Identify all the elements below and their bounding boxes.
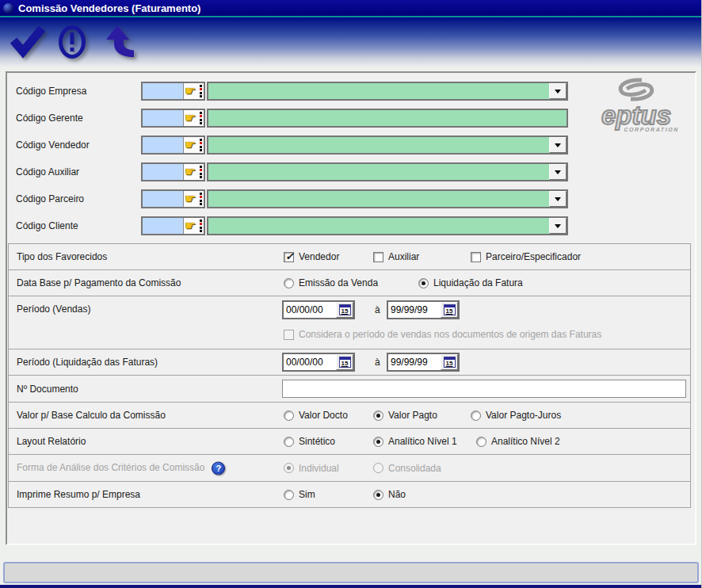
dropdown-arrow-button[interactable] — [549, 164, 567, 180]
pointing-hand-icon: ☛ — [185, 166, 196, 178]
row-periodo-liquidacao: Período (Liquidação das Faturas) 15 à 15 — [8, 349, 691, 376]
radio-valor-pagto-juros[interactable]: Valor Pagto-Juros — [471, 410, 561, 421]
codigo-auxiliar-code-input[interactable] — [143, 164, 183, 180]
alert-button[interactable] — [51, 20, 93, 64]
dropdown-arrow-button[interactable] — [549, 218, 567, 234]
codigo-vendedor-combo[interactable] — [207, 136, 568, 155]
help-button[interactable]: ? — [212, 461, 225, 475]
row-label: Forma de Análise dos Critérios de Comiss… — [17, 461, 225, 475]
calendar-button[interactable]: 15 — [336, 302, 353, 318]
codigo-parceiro-code-input[interactable] — [143, 191, 183, 207]
codigo-gerente-field[interactable] — [207, 109, 568, 128]
dropdown-arrow-button[interactable] — [549, 191, 567, 207]
checkbox-auxiliar[interactable]: Auxiliar — [373, 251, 419, 262]
checkbox-considera-periodo: Considera o período de vendas nos docume… — [284, 329, 601, 340]
checkbox-icon — [284, 252, 294, 262]
row-label: Layout Relatório — [17, 436, 86, 447]
exit-button[interactable] — [100, 20, 143, 64]
eptus-brand-text: eptus — [590, 104, 682, 128]
check-icon — [10, 25, 46, 59]
confirm-button[interactable] — [6, 20, 49, 64]
dots-decoration — [199, 193, 203, 205]
date-from-input[interactable] — [284, 302, 336, 318]
row-label: Nº Documento — [17, 384, 78, 395]
dots-decoration — [199, 112, 203, 124]
calendar-button[interactable]: 15 — [336, 354, 353, 370]
field-label: Código Auxiliar — [16, 162, 79, 181]
date-from-liquidacao: 15 — [282, 353, 355, 372]
dropdown-arrow-button[interactable] — [549, 137, 567, 153]
exclamation-icon — [57, 25, 87, 59]
calendar-button[interactable]: 15 — [441, 302, 458, 318]
date-to-vendas: 15 — [387, 300, 460, 319]
main-panel: Código Empresa ☛ Código Gerente ☛ — [6, 71, 696, 545]
codigo-auxiliar-search-button[interactable]: ☛ — [183, 164, 204, 180]
toolbar — [0, 17, 701, 67]
date-range-separator: à — [375, 304, 380, 315]
row-label: Data Base p/ Pagamento da Comissão — [17, 277, 181, 288]
radio-label: Não — [388, 489, 406, 500]
radio-label: Analítico Nível 1 — [388, 436, 457, 447]
codigo-parceiro-combo[interactable] — [207, 189, 568, 208]
combo-value — [208, 191, 549, 207]
codigo-vendedor-code-input[interactable] — [143, 137, 183, 153]
field-label: Código Empresa — [16, 82, 86, 101]
codigo-cliente-combo[interactable] — [207, 216, 568, 235]
codigo-auxiliar-combo[interactable] — [207, 162, 568, 181]
checkbox-vendedor[interactable]: Vendedor — [284, 251, 339, 262]
radio-nao[interactable]: Não — [373, 489, 406, 500]
radio-sintetico[interactable]: Sintético — [284, 436, 335, 447]
radio-analitico-nivel-1[interactable]: Analítico Nível 1 — [373, 436, 457, 447]
codigo-cliente-code-input[interactable] — [143, 218, 183, 234]
checkbox-parceiro-especificador[interactable]: Parceiro/Especificador — [471, 251, 581, 262]
radio-icon — [284, 490, 294, 500]
radio-icon — [373, 410, 383, 421]
documento-input[interactable] — [282, 380, 686, 398]
dots-decoration — [199, 85, 203, 97]
date-to-input[interactable] — [388, 354, 441, 370]
codigo-gerente-code-input[interactable] — [143, 110, 183, 126]
codigo-cliente-search-button[interactable]: ☛ — [183, 218, 204, 234]
combo-value — [208, 164, 549, 180]
codigo-gerente-lookup: ☛ — [141, 109, 205, 128]
date-from-input[interactable] — [284, 354, 336, 370]
date-to-input[interactable] — [388, 302, 441, 318]
calendar-button[interactable]: 15 — [441, 354, 458, 370]
window-titlebar[interactable]: Comissão Vendedores (Faturamento) — [0, 0, 701, 16]
dropdown-arrow-button[interactable] — [549, 83, 567, 99]
radio-valor-pagto[interactable]: Valor Pagto — [373, 410, 437, 421]
date-to-liquidacao: 15 — [387, 353, 460, 372]
radio-liquidacao-da-fatura[interactable]: Liquidação da Fatura — [418, 277, 523, 288]
codigo-parceiro-search-button[interactable]: ☛ — [183, 191, 204, 207]
row-periodo-vendas: Período (Vendas) 15 à 15 Considera o per… — [8, 296, 691, 349]
pointing-hand-icon: ☛ — [185, 139, 196, 151]
radio-sim[interactable]: Sim — [284, 489, 315, 500]
checkbox-icon — [284, 330, 294, 340]
codigo-gerente-search-button[interactable]: ☛ — [183, 110, 204, 126]
radio-icon — [284, 278, 294, 288]
radio-analitico-nivel-2[interactable]: Analítico Nível 2 — [476, 436, 560, 447]
dots-decoration — [199, 166, 203, 178]
row-imprime-resumo: Imprime Resumo p/ Empresa Sim Não — [8, 481, 691, 508]
radio-icon — [284, 437, 294, 447]
row-label: Valor p/ Base Calculo da Comissão — [17, 410, 166, 421]
row-valor-base: Valor p/ Base Calculo da Comissão Valor … — [8, 402, 691, 429]
radio-label: Consolidada — [388, 463, 441, 474]
radio-icon — [471, 410, 481, 421]
radio-label: Individual — [299, 463, 339, 474]
codigo-vendedor-search-button[interactable]: ☛ — [183, 137, 204, 153]
field-label: Código Parceiro — [16, 189, 84, 208]
combo-value — [208, 137, 549, 153]
radio-valor-docto[interactable]: Valor Docto — [284, 410, 348, 421]
pointing-hand-icon: ☛ — [185, 112, 196, 124]
codigo-empresa-combo[interactable] — [207, 82, 568, 101]
radio-emissao-da-venda[interactable]: Emissão da Venda — [284, 277, 378, 288]
codigo-empresa-search-button[interactable]: ☛ — [183, 83, 204, 99]
radio-icon — [418, 278, 429, 288]
radio-icon — [373, 490, 383, 500]
codigo-empresa-code-input[interactable] — [143, 83, 183, 99]
window-title: Comissão Vendedores (Faturamento) — [18, 2, 200, 14]
codigo-parceiro-lookup: ☛ — [141, 189, 205, 208]
field-row-codigo-cliente: Código Cliente ☛ — [7, 216, 695, 235]
field-row-codigo-parceiro: Código Parceiro ☛ — [7, 189, 695, 208]
